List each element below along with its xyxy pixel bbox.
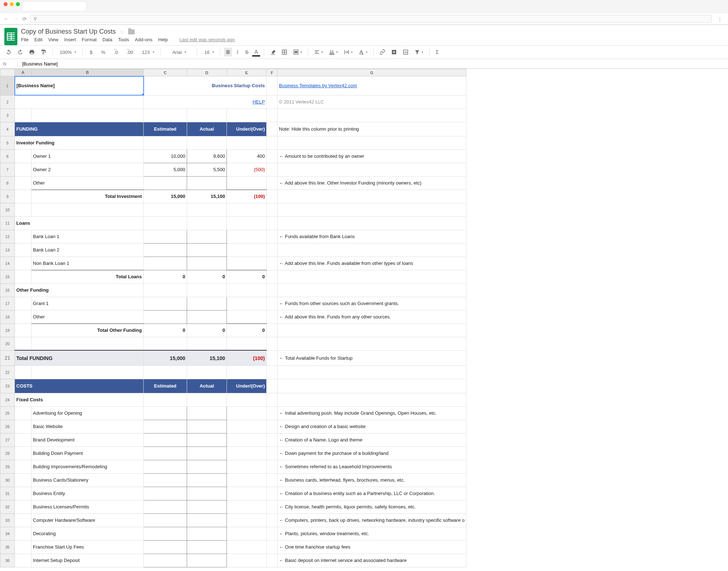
col-header-f[interactable]: F bbox=[267, 69, 278, 76]
cell[interactable] bbox=[267, 203, 278, 216]
total-funding-diff[interactable]: (100) bbox=[227, 350, 267, 365]
total-loans-diff[interactable]: 0 bbox=[227, 270, 267, 283]
cell[interactable] bbox=[267, 323, 278, 337]
cell[interactable] bbox=[267, 527, 278, 540]
cell[interactable] bbox=[15, 297, 31, 310]
cell[interactable] bbox=[267, 379, 278, 393]
cell[interactable] bbox=[278, 203, 466, 216]
browser-tab[interactable] bbox=[22, 1, 87, 10]
functions-icon[interactable]: Σ bbox=[433, 48, 441, 56]
cost-est[interactable] bbox=[144, 406, 187, 420]
cell[interactable] bbox=[15, 190, 31, 203]
cell[interactable] bbox=[15, 540, 31, 554]
horizontal-align-icon[interactable] bbox=[312, 48, 325, 56]
cost-item-label[interactable]: Basic Website bbox=[31, 420, 144, 433]
cell[interactable] bbox=[267, 460, 278, 473]
row-header[interactable]: 2 bbox=[0, 95, 15, 109]
cell[interactable] bbox=[227, 393, 267, 406]
cell[interactable] bbox=[278, 216, 466, 230]
menu-format[interactable]: Format bbox=[82, 37, 97, 42]
other-of-note[interactable]: ← Add above this line. Funds from any ot… bbox=[278, 310, 466, 323]
cost-act[interactable] bbox=[187, 420, 227, 433]
menu-addons[interactable]: Add-ons bbox=[135, 37, 152, 42]
row-header[interactable]: 12 bbox=[0, 230, 15, 243]
row-header[interactable]: 1 bbox=[0, 76, 15, 96]
row-header[interactable]: 15 bbox=[0, 270, 15, 283]
cell[interactable] bbox=[227, 433, 267, 447]
cost-act[interactable] bbox=[187, 527, 227, 540]
cost-item-label[interactable]: Computer Hardware/Software bbox=[31, 513, 144, 527]
back-icon[interactable]: ← bbox=[3, 15, 9, 22]
cell[interactable] bbox=[227, 337, 267, 350]
currency-button[interactable]: $ bbox=[86, 48, 96, 56]
cell[interactable] bbox=[144, 203, 187, 216]
last-edit-link[interactable]: Last edit was seconds ago bbox=[179, 37, 235, 42]
cell[interactable] bbox=[144, 216, 187, 230]
total-other-label[interactable]: Total Other Funding bbox=[31, 323, 144, 337]
nonbank-est[interactable] bbox=[144, 257, 187, 270]
cell[interactable] bbox=[187, 283, 227, 297]
other-inv-label[interactable]: Other bbox=[31, 176, 144, 190]
cell[interactable] bbox=[187, 203, 227, 216]
cell[interactable] bbox=[144, 393, 187, 406]
formula-input[interactable] bbox=[22, 61, 725, 67]
cell-title[interactable]: Business Startup Costs bbox=[144, 76, 267, 96]
cell[interactable] bbox=[278, 109, 466, 122]
other-inv-est[interactable] bbox=[144, 176, 187, 190]
owner2-diff[interactable]: (500) bbox=[227, 163, 267, 176]
cost-item-label[interactable]: Building Improvements/Remodeling bbox=[31, 460, 144, 473]
insert-comment-icon[interactable] bbox=[389, 48, 399, 56]
cell[interactable] bbox=[267, 365, 278, 379]
other-of-label[interactable]: Other bbox=[31, 310, 144, 323]
loans-label[interactable]: Loans bbox=[15, 216, 144, 230]
cost-est[interactable] bbox=[144, 487, 187, 500]
other-of-act[interactable] bbox=[187, 310, 227, 323]
cell[interactable] bbox=[227, 420, 267, 433]
row-header[interactable]: 11 bbox=[0, 216, 15, 230]
row-header[interactable]: 22 bbox=[0, 365, 15, 379]
cell[interactable] bbox=[278, 136, 466, 149]
close-window-icon[interactable] bbox=[4, 2, 8, 6]
cell[interactable] bbox=[227, 176, 267, 190]
cell-note[interactable]: Note: Hide this column prior to printing bbox=[278, 122, 466, 136]
row-header[interactable]: 33 bbox=[0, 513, 15, 527]
cell[interactable] bbox=[267, 76, 278, 96]
cost-item-label[interactable]: Business Licenses/Permits bbox=[31, 500, 144, 513]
grant1-label[interactable]: Grant 1 bbox=[31, 297, 144, 310]
cost-note[interactable]: ← Down payment for the purchase of a bui… bbox=[278, 447, 466, 460]
menu-edit[interactable]: Edit bbox=[34, 37, 42, 42]
cell[interactable] bbox=[278, 393, 466, 406]
cell[interactable] bbox=[227, 460, 267, 473]
cell[interactable] bbox=[15, 323, 31, 337]
row-header[interactable]: 30 bbox=[0, 473, 15, 487]
cell[interactable] bbox=[15, 163, 31, 176]
owner1-label[interactable]: Owner 1 bbox=[31, 149, 144, 163]
font-size-select[interactable]: 16 bbox=[201, 48, 216, 56]
cell[interactable] bbox=[144, 136, 187, 149]
col-header-b[interactable]: B bbox=[31, 69, 144, 76]
vertical-align-icon[interactable] bbox=[327, 48, 340, 56]
cell[interactable] bbox=[278, 379, 466, 393]
cost-note[interactable]: ← Plants, pictures, window treatments, e… bbox=[278, 527, 466, 540]
total-other-est[interactable]: 0 bbox=[144, 323, 187, 337]
bank1-act[interactable] bbox=[187, 230, 227, 243]
menu-insert[interactable]: Insert bbox=[64, 37, 76, 42]
cell[interactable] bbox=[15, 420, 31, 433]
cell[interactable] bbox=[227, 487, 267, 500]
cell[interactable] bbox=[144, 337, 187, 350]
cost-note[interactable]: ← Design and creation of a basic website bbox=[278, 420, 466, 433]
cell[interactable] bbox=[15, 203, 31, 216]
cell[interactable] bbox=[15, 243, 31, 257]
cell[interactable] bbox=[278, 163, 466, 176]
cell[interactable] bbox=[31, 337, 144, 350]
row-header[interactable]: 27 bbox=[0, 433, 15, 447]
merge-cells-icon[interactable] bbox=[291, 48, 304, 56]
cost-note[interactable]: ← Computers, printers, back up drives, n… bbox=[278, 513, 466, 527]
cell[interactable] bbox=[267, 95, 278, 109]
total-inv-label[interactable]: Total Investment bbox=[31, 190, 144, 203]
row-header[interactable]: 23 bbox=[0, 379, 15, 393]
text-rotation-icon[interactable] bbox=[356, 48, 370, 56]
nonbank-label[interactable]: Non Bank Loan 1 bbox=[31, 257, 144, 270]
cell-templates-link[interactable]: Business Templates by Vertex42.com bbox=[278, 76, 466, 96]
maximize-window-icon[interactable] bbox=[16, 2, 20, 6]
